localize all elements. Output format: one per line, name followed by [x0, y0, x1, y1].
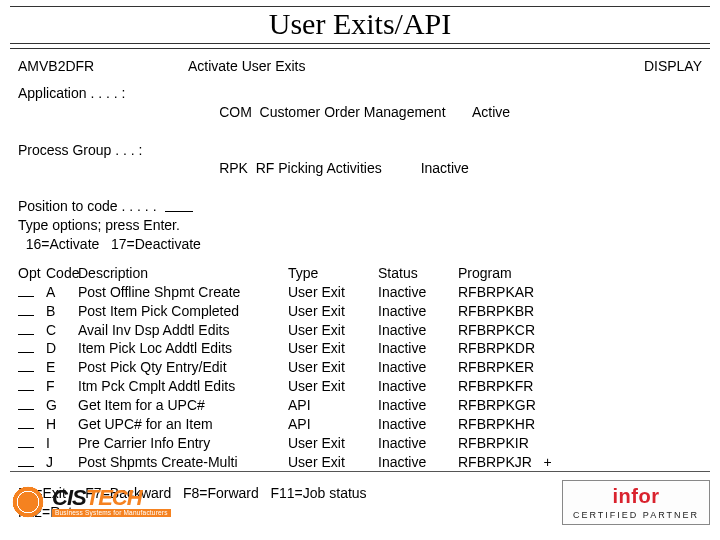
- desc-cell: Post Offline Shpmt Create: [78, 283, 288, 302]
- table-row: JPost Shpmts Create-MultiUser ExitInacti…: [18, 453, 702, 472]
- application-row: Application . . . . : COM Customer Order…: [18, 84, 702, 141]
- status-cell: Inactive: [378, 358, 458, 377]
- code-cell: G: [46, 396, 78, 415]
- code-cell: E: [46, 358, 78, 377]
- type-cell: User Exit: [288, 434, 378, 453]
- code-cell: F: [46, 377, 78, 396]
- process-group-desc: RF Picking Activities: [256, 160, 382, 176]
- application-code: COM: [219, 104, 252, 120]
- program-cell: RFBRPKCR: [458, 321, 588, 340]
- col-program: Program: [458, 264, 588, 283]
- program-cell: RFBRPKHR: [458, 415, 588, 434]
- program-cell: RFBRPKAR: [458, 283, 588, 302]
- code-cell: J: [46, 453, 78, 472]
- slide-title-bar: User Exits/API: [10, 6, 710, 44]
- type-cell: API: [288, 396, 378, 415]
- table-row: EPost Pick Qty Entry/EditUser ExitInacti…: [18, 358, 702, 377]
- program-cell: RFBRPKIR: [458, 434, 588, 453]
- desc-cell: Get UPC# for an Item: [78, 415, 288, 434]
- program-cell: RFBRPKER: [458, 358, 588, 377]
- process-group-code: RPK: [219, 160, 248, 176]
- status-cell: Inactive: [378, 339, 458, 358]
- col-status: Status: [378, 264, 458, 283]
- opt-cell: [18, 339, 46, 358]
- desc-cell: Post Item Pick Completed: [78, 302, 288, 321]
- table-row: GGet Item for a UPC#APIInactiveRFBRPKGR: [18, 396, 702, 415]
- col-code: Code: [46, 264, 78, 283]
- opt-input[interactable]: [18, 303, 34, 316]
- position-label: Position to code . . . . .: [18, 197, 157, 216]
- program-id: AMVB2DFR: [18, 57, 178, 76]
- divider: [10, 48, 710, 49]
- application-label: Application . . . . :: [18, 84, 188, 141]
- cistech-logo: CISTECH Business Systems for Manufacture…: [10, 484, 171, 520]
- program-cell: RFBRPKDR: [458, 339, 588, 358]
- status-cell: Inactive: [378, 321, 458, 340]
- table-row: DItem Pick Loc Addtl EditsUser ExitInact…: [18, 339, 702, 358]
- instruction-line-1: Type options; press Enter.: [18, 216, 702, 235]
- program-cell: RFBRPKGR: [458, 396, 588, 415]
- table-row: IPre Carrier Info EntryUser ExitInactive…: [18, 434, 702, 453]
- col-desc: Description: [78, 264, 288, 283]
- screen-title: Activate User Exits: [178, 57, 612, 76]
- col-type: Type: [288, 264, 378, 283]
- instruction-line-2: 16=Activate 17=Deactivate: [18, 235, 702, 254]
- position-row: Position to code . . . . .: [18, 197, 702, 216]
- desc-cell: Avail Inv Dsp Addtl Edits: [78, 321, 288, 340]
- status-cell: Inactive: [378, 396, 458, 415]
- opt-input[interactable]: [18, 454, 34, 467]
- desc-cell: Get Item for a UPC#: [78, 396, 288, 415]
- opt-cell: [18, 415, 46, 434]
- process-group-value: RPK RF Picking Activities Inactive: [188, 141, 469, 198]
- status-cell: Inactive: [378, 415, 458, 434]
- opt-input[interactable]: [18, 435, 34, 448]
- opt-cell: [18, 453, 46, 472]
- opt-cell: [18, 302, 46, 321]
- context-block: Application . . . . : COM Customer Order…: [18, 84, 702, 254]
- opt-input[interactable]: [18, 378, 34, 391]
- desc-cell: Post Pick Qty Entry/Edit: [78, 358, 288, 377]
- opt-input[interactable]: [18, 416, 34, 429]
- infor-name: infor: [613, 485, 660, 508]
- screen-header: AMVB2DFR Activate User Exits DISPLAY: [18, 57, 702, 76]
- opt-cell: [18, 321, 46, 340]
- opt-input[interactable]: [18, 340, 34, 353]
- type-cell: User Exit: [288, 283, 378, 302]
- opt-input[interactable]: [18, 284, 34, 297]
- type-cell: User Exit: [288, 377, 378, 396]
- col-opt: Opt: [18, 264, 46, 283]
- process-group-row: Process Group . . . : RPK RF Picking Act…: [18, 141, 702, 198]
- desc-cell: Post Shpmts Create-Multi: [78, 453, 288, 472]
- type-cell: User Exit: [288, 302, 378, 321]
- instructions: Type options; press Enter. 16=Activate 1…: [18, 216, 702, 254]
- opt-input[interactable]: [18, 359, 34, 372]
- code-cell: H: [46, 415, 78, 434]
- desc-cell: Item Pick Loc Addtl Edits: [78, 339, 288, 358]
- status-cell: Inactive: [378, 377, 458, 396]
- list-header: Opt Code Description Type Status Program: [18, 264, 702, 283]
- table-row: CAvail Inv Dsp Addtl EditsUser ExitInact…: [18, 321, 702, 340]
- cistech-tagline: Business Systems for Manufacturers: [52, 509, 171, 518]
- slide-title: User Exits/API: [269, 7, 452, 40]
- status-cell: Inactive: [378, 302, 458, 321]
- opt-cell: [18, 434, 46, 453]
- cistech-burst-icon: [10, 484, 46, 520]
- program-cell: RFBRPKBR: [458, 302, 588, 321]
- infor-subtitle: CERTIFIED PARTNER: [573, 510, 699, 520]
- cistech-name: CISTECH: [52, 487, 171, 509]
- type-cell: User Exit: [288, 358, 378, 377]
- opt-cell: [18, 377, 46, 396]
- terminal-screen: AMVB2DFR Activate User Exits DISPLAY App…: [0, 55, 720, 521]
- opt-input[interactable]: [18, 322, 34, 335]
- application-value: COM Customer Order Management Active: [188, 84, 510, 141]
- opt-cell: [18, 283, 46, 302]
- footer-logos: CISTECH Business Systems for Manufacture…: [10, 471, 710, 530]
- process-group-label: Process Group . . . :: [18, 141, 188, 198]
- code-cell: B: [46, 302, 78, 321]
- position-input[interactable]: [165, 197, 193, 212]
- program-cell: RFBRPKJR +: [458, 453, 588, 472]
- type-cell: User Exit: [288, 339, 378, 358]
- code-cell: C: [46, 321, 78, 340]
- opt-cell: [18, 396, 46, 415]
- opt-input[interactable]: [18, 397, 34, 410]
